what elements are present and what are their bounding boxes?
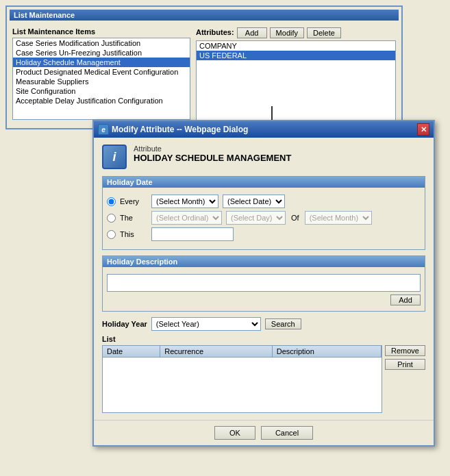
- dialog-footer: OK Cancel: [94, 420, 434, 445]
- select-ordinal[interactable]: (Select Ordinal): [151, 211, 222, 225]
- this-label: This: [120, 230, 147, 238]
- cancel-button[interactable]: Cancel: [261, 426, 313, 440]
- list-section: List Date Recurrence Description: [102, 335, 425, 413]
- attribute-label: Attribute: [134, 145, 291, 153]
- attributes-listbox[interactable]: COMPANY US FEDERAL: [196, 40, 396, 123]
- dialog-body: i Attribute HOLIDAY SCHEDULE MANAGEMENT …: [94, 138, 434, 420]
- list-item[interactable]: Product Designated Medical Event Configu…: [13, 67, 190, 77]
- modify-attribute-dialog: e Modify Attribute -- Webpage Dialog ✕ i…: [92, 120, 435, 447]
- list-table-container: Date Recurrence Description Remove Print: [102, 345, 425, 413]
- holiday-date-section: Holiday Date Every (Select Month) (Selec…: [102, 176, 425, 250]
- items-label: List Maintenance Items: [12, 27, 190, 36]
- attr-item-selected[interactable]: US FEDERAL: [197, 51, 395, 60]
- list-scroll-area[interactable]: [103, 358, 382, 412]
- list-item[interactable]: Acceptable Delay Justification Configura…: [13, 96, 190, 105]
- holiday-desc-header: Holiday Description: [103, 256, 425, 267]
- desc-add-row: Add: [107, 295, 421, 305]
- remove-button[interactable]: Remove: [385, 345, 425, 356]
- list-item-selected[interactable]: Holiday Schedule Management: [13, 58, 190, 67]
- select-month-every[interactable]: (Select Month): [151, 195, 218, 208]
- select-date-every[interactable]: (Select Date): [223, 195, 285, 208]
- col-description: Description: [272, 346, 381, 358]
- list-label: List: [102, 335, 425, 343]
- dialog-title: Modify Attribute -- Webpage Dialog: [112, 125, 248, 134]
- of-label: Of: [291, 214, 299, 222]
- info-icon: i: [102, 145, 127, 169]
- list-item[interactable]: Site Configuration: [13, 86, 190, 96]
- list-maintenance-panel: List Maintenance List Maintenance Items …: [5, 5, 403, 129]
- list-item[interactable]: Measurable Suppliers: [13, 77, 190, 86]
- modify-button[interactable]: Modify: [270, 27, 304, 38]
- this-row: This: [107, 227, 421, 241]
- this-radio[interactable]: [107, 230, 116, 239]
- ok-button[interactable]: OK: [214, 426, 255, 440]
- dialog-titlebar: e Modify Attribute -- Webpage Dialog ✕: [94, 121, 434, 138]
- ie-icon: e: [98, 124, 109, 135]
- attribute-value: HOLIDAY SCHEDULE MANAGEMENT: [134, 153, 291, 163]
- select-day[interactable]: (Select Day): [226, 211, 286, 225]
- add-button[interactable]: Add: [237, 27, 267, 38]
- this-date-input[interactable]: [151, 227, 234, 241]
- holiday-date-content: Every (Select Month) (Select Date) The (…: [103, 192, 425, 249]
- lm-right: Attributes: Add Modify Delete COMPANY US…: [196, 27, 396, 123]
- search-button[interactable]: Search: [265, 318, 301, 329]
- list-side-buttons: Remove Print: [385, 345, 425, 413]
- holiday-desc-input[interactable]: [107, 274, 421, 292]
- col-recurrence: Recurrence: [160, 346, 273, 358]
- list-table-wrapper: Date Recurrence Description: [102, 345, 382, 413]
- attr-info-row: i Attribute HOLIDAY SCHEDULE MANAGEMENT: [102, 145, 425, 169]
- list-maintenance-listbox[interactable]: Case Series Modification Justification C…: [12, 38, 190, 120]
- the-label: The: [120, 214, 147, 222]
- attr-info-text: Attribute HOLIDAY SCHEDULE MANAGEMENT: [134, 145, 291, 163]
- col-date: Date: [103, 346, 160, 358]
- lm-left: List Maintenance Items Case Series Modif…: [12, 27, 190, 123]
- list-maintenance-title: List Maintenance: [10, 10, 399, 21]
- dialog-titlebar-left: e Modify Attribute -- Webpage Dialog: [98, 124, 248, 135]
- select-year[interactable]: (Select Year): [151, 317, 261, 331]
- holiday-description-section: Holiday Description Add: [102, 255, 425, 312]
- holiday-year-row: Holiday Year (Select Year) Search: [102, 317, 425, 331]
- every-radio[interactable]: [107, 197, 116, 206]
- list-table: Date Recurrence Description: [103, 346, 382, 358]
- add-desc-button[interactable]: Add: [390, 295, 421, 305]
- the-radio[interactable]: [107, 214, 116, 223]
- dialog-close-button[interactable]: ✕: [417, 123, 429, 136]
- attr-item[interactable]: COMPANY: [197, 41, 395, 51]
- every-label: Every: [120, 197, 147, 205]
- holiday-date-header: Holiday Date: [103, 177, 425, 188]
- holiday-year-label: Holiday Year: [102, 320, 147, 328]
- holiday-desc-content: Add: [103, 271, 425, 311]
- the-row: The (Select Ordinal) (Select Day) Of (Se…: [107, 211, 421, 225]
- list-item[interactable]: Case Series Un-Freezing Justification: [13, 48, 190, 58]
- attributes-label: Attributes:: [196, 28, 234, 36]
- select-month-the[interactable]: (Select Month): [305, 211, 372, 225]
- print-button[interactable]: Print: [385, 359, 425, 370]
- list-item[interactable]: Case Series Modification Justification: [13, 38, 190, 48]
- delete-button[interactable]: Delete: [307, 27, 341, 38]
- every-row: Every (Select Month) (Select Date): [107, 195, 421, 208]
- attributes-header: Attributes: Add Modify Delete: [196, 27, 396, 38]
